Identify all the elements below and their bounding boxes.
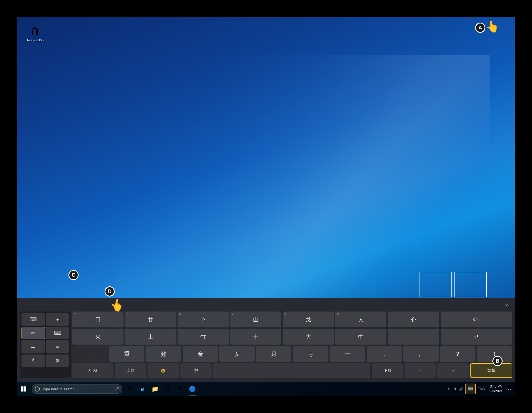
key-土[interactable]: 土	[125, 329, 176, 345]
osk-settings-button[interactable]: ⚙	[46, 354, 69, 367]
osk-close-button[interactable]: ×	[502, 301, 511, 310]
osk-mode-split2[interactable]: ▭	[46, 340, 69, 353]
taskview-icon: ⊡	[128, 386, 133, 392]
key-口[interactable]: 4口	[72, 312, 124, 327]
key-period[interactable]: 。	[403, 346, 439, 362]
osk-keys-area: 4口 5廿 6卜 7山 8戈	[72, 312, 512, 378]
language-indicator[interactable]: ENG	[476, 386, 486, 392]
edge-button[interactable]: e	[137, 382, 148, 396]
key-弓[interactable]: 弓	[293, 346, 328, 362]
osk-mode-row-2: ✏ ⌨	[21, 327, 69, 339]
recycle-bin-icon[interactable]: 🗑 Recycle Bin	[25, 25, 45, 42]
osk-mode-keyboard[interactable]: ⌨	[21, 313, 45, 326]
osk-mode-row-3: ▬ ▭	[21, 340, 69, 353]
key-金[interactable]: 金	[183, 346, 218, 362]
key-火[interactable]: 火	[72, 329, 124, 345]
mail-button[interactable]: ✉	[174, 382, 185, 396]
keyboard-toggle-button[interactable]: ⌨	[465, 384, 476, 394]
key-left[interactable]: ＜	[405, 363, 436, 378]
key-難[interactable]: 難	[146, 346, 181, 362]
key-心[interactable]: 0心	[388, 312, 439, 327]
hand-pointer-A: 👆	[485, 20, 499, 33]
search-placeholder: Type here to search	[42, 387, 75, 391]
svg-rect-2	[21, 389, 23, 392]
edge-icon: e	[141, 386, 144, 392]
osk-bottom-row: Ā ⚙	[21, 354, 69, 367]
key-重[interactable]: 重	[109, 346, 144, 362]
key-女[interactable]: 女	[219, 346, 255, 362]
osk-mode-handwrite[interactable]: ✏	[21, 327, 45, 339]
file-explorer-icon: 📁	[152, 386, 159, 392]
osk-mode-split[interactable]: ⌨	[46, 327, 69, 339]
key-backspace[interactable]: ⌫	[441, 312, 512, 327]
volume-icon[interactable]: 🔊	[458, 386, 464, 392]
key-山[interactable]: 7山	[230, 312, 281, 327]
recycle-bin-label: Recycle Bin	[27, 38, 44, 42]
taskview-button[interactable]: ⊡	[124, 382, 136, 396]
system-clock[interactable]: 3:45 PM 3/3/2021	[488, 384, 504, 394]
key-traditional-chinese[interactable]: 繁體	[470, 363, 512, 378]
osk-left-panel: ⌨ ⊞ ✏ ⌨ ▬ ▭ Ā ⚙	[20, 312, 71, 378]
osk-mode-row-1: ⌨ ⊞	[21, 313, 69, 326]
svg-rect-0	[21, 386, 23, 389]
desktop: 🗑 Recycle Bin Type here to search 🎤	[17, 17, 515, 396]
key-廿[interactable]: 5廿	[125, 312, 176, 327]
key-中[interactable]: 中	[335, 329, 386, 345]
taskbar-search[interactable]: Type here to search 🎤	[32, 384, 122, 394]
key-chinese[interactable]: 中	[180, 363, 212, 378]
store-icon: 🛍	[165, 386, 170, 392]
key-人[interactable]: 9人	[335, 312, 386, 327]
microphone-icon: 🎤	[114, 387, 119, 391]
key-竹[interactable]: 竹	[178, 329, 229, 345]
key-page-down[interactable]: 下頁	[372, 363, 403, 378]
network-icon[interactable]: 🖥	[452, 386, 457, 392]
osk-mode-wide[interactable]: ▬	[21, 340, 45, 353]
search-circle-icon	[35, 386, 40, 392]
osk-mode-grid[interactable]: ⊞	[46, 313, 69, 326]
chevron-up-icon[interactable]: ∧	[446, 386, 451, 392]
key-enter[interactable]: ↵	[441, 329, 512, 345]
mail-icon: ✉	[178, 386, 182, 392]
annotation-badge-A: A	[475, 23, 485, 33]
key-大[interactable]: 大	[283, 329, 334, 345]
recycle-bin-img: 🗑	[30, 25, 40, 37]
key-一[interactable]: 一	[330, 346, 365, 362]
clock-time: 3:45 PM	[489, 384, 503, 389]
keyboard-icon: ⌨	[468, 387, 473, 391]
annotation-badge-C: C	[68, 270, 79, 280]
annotation-badge-B: B	[492, 356, 503, 366]
key-space[interactable]	[213, 363, 370, 378]
active-app-button[interactable]: 🔵	[187, 382, 198, 396]
osk-row-2: 火 土 竹 十 大 中 " ↵	[72, 329, 512, 345]
file-explorer-button[interactable]: 📁	[149, 382, 161, 396]
key-right[interactable]: ＞	[437, 363, 469, 378]
key-comma[interactable]: ，	[367, 346, 402, 362]
taskbar-apps: ⊡ e 📁 🛍 ✉ 🔵	[124, 382, 198, 396]
osk-row-3: * 重 難 金 女 月 弓 一 ， 。 ？ ！	[72, 346, 512, 362]
on-screen-keyboard: × ⌨ ⊞ ✏ ⌨ ▬ ▭	[17, 298, 515, 382]
svg-rect-1	[24, 386, 26, 389]
key-question[interactable]: ？	[440, 346, 475, 362]
osk-row-1: 4口 5廿 6卜 7山 8戈	[72, 312, 512, 327]
key-月[interactable]: 月	[256, 346, 291, 362]
key-page-up[interactable]: 上頁	[115, 363, 146, 378]
key-emoji[interactable]: 😊	[148, 363, 179, 378]
key-卜[interactable]: 6卜	[178, 312, 229, 327]
win-pane-tl	[419, 272, 452, 297]
key-十[interactable]: 十	[230, 329, 281, 345]
store-button[interactable]: 🛍	[162, 382, 173, 396]
active-app-icon: 🔵	[189, 386, 196, 392]
osk-font-button[interactable]: Ā	[21, 354, 45, 367]
key-asterisk[interactable]: *	[72, 346, 108, 362]
osk-header: ×	[20, 301, 512, 310]
key-numeric[interactable]: &123	[72, 363, 113, 378]
notification-center-button[interactable]: 🗨	[506, 385, 513, 393]
start-button[interactable]	[17, 382, 31, 396]
taskbar: Type here to search 🎤 ⊡ e 📁 �	[17, 382, 515, 396]
taskbar-tray: ∧ 🖥 🔊 ⌨ ENG 3:45 PM 3/3/2021 🗨	[446, 384, 515, 394]
svg-rect-3	[24, 389, 26, 392]
screen-container: 🗑 Recycle Bin Type here to search 🎤	[17, 17, 515, 396]
key-戈[interactable]: 8戈	[283, 312, 334, 327]
system-tray-icons: ∧ 🖥 🔊 ⌨ ENG	[446, 384, 486, 394]
key-quote[interactable]: "	[388, 329, 439, 345]
